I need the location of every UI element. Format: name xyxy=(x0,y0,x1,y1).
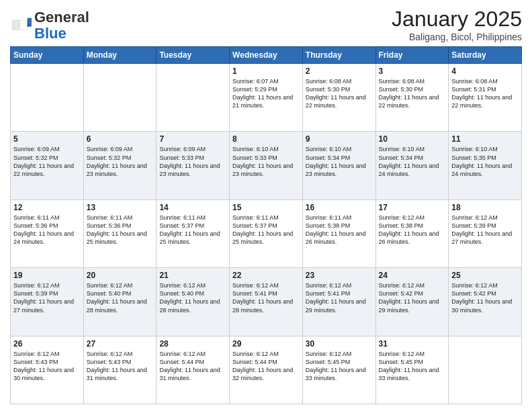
calendar-cell: 29Sunrise: 6:12 AMSunset: 5:44 PMDayligh… xyxy=(230,336,303,404)
calendar-cell: 27Sunrise: 6:12 AMSunset: 5:43 PMDayligh… xyxy=(83,336,157,404)
calendar-cell: 8Sunrise: 6:10 AMSunset: 5:33 PMDaylight… xyxy=(230,132,303,199)
col-header-saturday: Saturday xyxy=(449,47,522,64)
calendar-week-row: 26Sunrise: 6:12 AMSunset: 5:43 PMDayligh… xyxy=(11,336,522,404)
day-number: 25 xyxy=(451,271,519,280)
calendar-cell: 5Sunrise: 6:09 AMSunset: 5:32 PMDaylight… xyxy=(11,132,84,199)
day-number: 20 xyxy=(87,271,154,280)
day-number: 13 xyxy=(87,203,154,212)
calendar-cell: 19Sunrise: 6:12 AMSunset: 5:39 PMDayligh… xyxy=(11,268,84,336)
calendar-cell: 9Sunrise: 6:10 AMSunset: 5:34 PMDaylight… xyxy=(302,132,375,199)
col-header-thursday: Thursday xyxy=(302,47,375,64)
cell-info: Sunrise: 6:08 AMSunset: 5:30 PMDaylight:… xyxy=(306,77,373,110)
cell-info: Sunrise: 6:11 AMSunset: 5:37 PMDaylight:… xyxy=(232,214,300,246)
day-number: 21 xyxy=(159,271,226,280)
day-number: 18 xyxy=(451,203,519,212)
calendar-week-row: 12Sunrise: 6:11 AMSunset: 5:36 PMDayligh… xyxy=(11,199,522,267)
calendar-table: SundayMondayTuesdayWednesdayThursdayFrid… xyxy=(10,46,522,404)
day-number: 4 xyxy=(451,66,519,76)
logo-text: General Blue xyxy=(34,9,89,42)
logo-general: General xyxy=(34,9,89,26)
cell-info: Sunrise: 6:12 AMSunset: 5:41 PMDaylight:… xyxy=(306,281,373,314)
calendar-cell: 31Sunrise: 6:12 AMSunset: 5:45 PMDayligh… xyxy=(375,336,449,404)
calendar-cell: 18Sunrise: 6:12 AMSunset: 5:39 PMDayligh… xyxy=(449,199,522,267)
calendar-cell: 2Sunrise: 6:08 AMSunset: 5:30 PMDaylight… xyxy=(302,64,375,132)
day-number: 6 xyxy=(87,134,154,144)
calendar-week-row: 1Sunrise: 6:07 AMSunset: 5:29 PMDaylight… xyxy=(11,64,522,132)
col-header-tuesday: Tuesday xyxy=(157,47,230,64)
cell-info: Sunrise: 6:11 AMSunset: 5:37 PMDaylight:… xyxy=(159,214,226,246)
header: General Blue January 2025 Baligang, Bico… xyxy=(10,7,522,42)
day-number: 12 xyxy=(13,203,81,212)
cell-info: Sunrise: 6:12 AMSunset: 5:44 PMDaylight:… xyxy=(159,350,226,383)
calendar-cell: 12Sunrise: 6:11 AMSunset: 5:36 PMDayligh… xyxy=(11,199,84,267)
col-header-sunday: Sunday xyxy=(11,47,84,64)
day-number: 27 xyxy=(87,339,154,349)
day-number: 28 xyxy=(159,339,226,349)
calendar-cell: 10Sunrise: 6:10 AMSunset: 5:34 PMDayligh… xyxy=(375,132,449,199)
cell-info: Sunrise: 6:12 AMSunset: 5:40 PMDaylight:… xyxy=(87,281,154,314)
cell-info: Sunrise: 6:12 AMSunset: 5:43 PMDaylight:… xyxy=(13,350,81,383)
calendar-cell: 30Sunrise: 6:12 AMSunset: 5:45 PMDayligh… xyxy=(302,336,375,404)
calendar-cell xyxy=(83,64,157,132)
cell-info: Sunrise: 6:11 AMSunset: 5:36 PMDaylight:… xyxy=(87,214,154,246)
calendar-cell: 28Sunrise: 6:12 AMSunset: 5:44 PMDayligh… xyxy=(157,336,230,404)
day-number: 23 xyxy=(306,271,373,280)
day-number: 31 xyxy=(379,339,446,349)
calendar-cell: 25Sunrise: 6:12 AMSunset: 5:42 PMDayligh… xyxy=(449,268,522,336)
svg-rect-1 xyxy=(12,20,19,30)
calendar-cell: 11Sunrise: 6:10 AMSunset: 5:35 PMDayligh… xyxy=(449,132,522,199)
calendar-cell: 26Sunrise: 6:12 AMSunset: 5:43 PMDayligh… xyxy=(11,336,84,404)
calendar-cell: 16Sunrise: 6:11 AMSunset: 5:38 PMDayligh… xyxy=(302,199,375,267)
day-number: 26 xyxy=(13,339,81,349)
day-number: 15 xyxy=(232,203,300,212)
cell-info: Sunrise: 6:08 AMSunset: 5:31 PMDaylight:… xyxy=(451,77,519,110)
day-number: 3 xyxy=(379,66,446,76)
calendar-cell xyxy=(449,336,522,404)
svg-rect-2 xyxy=(19,20,27,30)
cell-info: Sunrise: 6:12 AMSunset: 5:45 PMDaylight:… xyxy=(306,350,373,383)
cell-info: Sunrise: 6:10 AMSunset: 5:34 PMDaylight:… xyxy=(379,145,446,178)
calendar-cell: 6Sunrise: 6:09 AMSunset: 5:32 PMDaylight… xyxy=(83,132,157,199)
calendar-cell: 22Sunrise: 6:12 AMSunset: 5:41 PMDayligh… xyxy=(230,268,303,336)
cell-info: Sunrise: 6:12 AMSunset: 5:44 PMDaylight:… xyxy=(232,350,300,383)
day-number: 14 xyxy=(159,203,226,212)
day-number: 5 xyxy=(13,134,81,144)
cell-info: Sunrise: 6:08 AMSunset: 5:30 PMDaylight:… xyxy=(379,77,446,110)
calendar-cell: 14Sunrise: 6:11 AMSunset: 5:37 PMDayligh… xyxy=(157,199,230,267)
calendar-cell: 4Sunrise: 6:08 AMSunset: 5:31 PMDaylight… xyxy=(449,64,522,132)
day-number: 8 xyxy=(232,134,300,144)
day-number: 24 xyxy=(379,271,446,280)
calendar-cell: 17Sunrise: 6:12 AMSunset: 5:38 PMDayligh… xyxy=(375,199,449,267)
calendar-week-row: 5Sunrise: 6:09 AMSunset: 5:32 PMDaylight… xyxy=(11,132,522,199)
cell-info: Sunrise: 6:10 AMSunset: 5:33 PMDaylight:… xyxy=(232,145,300,178)
day-number: 10 xyxy=(379,134,446,144)
cell-info: Sunrise: 6:09 AMSunset: 5:32 PMDaylight:… xyxy=(13,145,81,178)
day-number: 1 xyxy=(232,66,300,76)
day-number: 2 xyxy=(306,66,373,76)
calendar-cell xyxy=(157,64,230,132)
calendar-cell: 23Sunrise: 6:12 AMSunset: 5:41 PMDayligh… xyxy=(302,268,375,336)
cell-info: Sunrise: 6:12 AMSunset: 5:45 PMDaylight:… xyxy=(379,350,446,383)
cell-info: Sunrise: 6:09 AMSunset: 5:32 PMDaylight:… xyxy=(87,145,154,178)
cell-info: Sunrise: 6:12 AMSunset: 5:42 PMDaylight:… xyxy=(379,281,446,314)
cell-info: Sunrise: 6:07 AMSunset: 5:29 PMDaylight:… xyxy=(232,77,300,110)
calendar-cell: 3Sunrise: 6:08 AMSunset: 5:30 PMDaylight… xyxy=(375,64,449,132)
calendar-week-row: 19Sunrise: 6:12 AMSunset: 5:39 PMDayligh… xyxy=(11,268,522,336)
calendar-cell: 7Sunrise: 6:09 AMSunset: 5:33 PMDaylight… xyxy=(157,132,230,199)
cell-info: Sunrise: 6:12 AMSunset: 5:41 PMDaylight:… xyxy=(232,281,300,314)
col-header-monday: Monday xyxy=(83,47,157,64)
page: General Blue January 2025 Baligang, Bico… xyxy=(0,0,532,411)
day-number: 22 xyxy=(232,271,300,280)
col-header-wednesday: Wednesday xyxy=(230,47,303,64)
calendar-header-row: SundayMondayTuesdayWednesdayThursdayFrid… xyxy=(11,47,522,64)
calendar-cell xyxy=(11,64,84,132)
calendar-cell: 15Sunrise: 6:11 AMSunset: 5:37 PMDayligh… xyxy=(230,199,303,267)
logo: General Blue xyxy=(10,9,89,42)
cell-info: Sunrise: 6:12 AMSunset: 5:42 PMDaylight:… xyxy=(451,281,519,314)
calendar-cell: 13Sunrise: 6:11 AMSunset: 5:36 PMDayligh… xyxy=(83,199,157,267)
day-number: 7 xyxy=(159,134,226,144)
cell-info: Sunrise: 6:11 AMSunset: 5:36 PMDaylight:… xyxy=(13,214,81,246)
day-number: 11 xyxy=(451,134,519,144)
cell-info: Sunrise: 6:10 AMSunset: 5:35 PMDaylight:… xyxy=(451,145,519,178)
cell-info: Sunrise: 6:10 AMSunset: 5:34 PMDaylight:… xyxy=(306,145,373,178)
